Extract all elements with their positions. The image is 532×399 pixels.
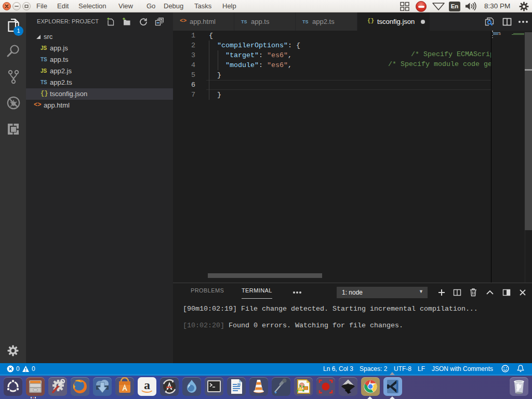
svg-text:a: a: [144, 378, 150, 392]
